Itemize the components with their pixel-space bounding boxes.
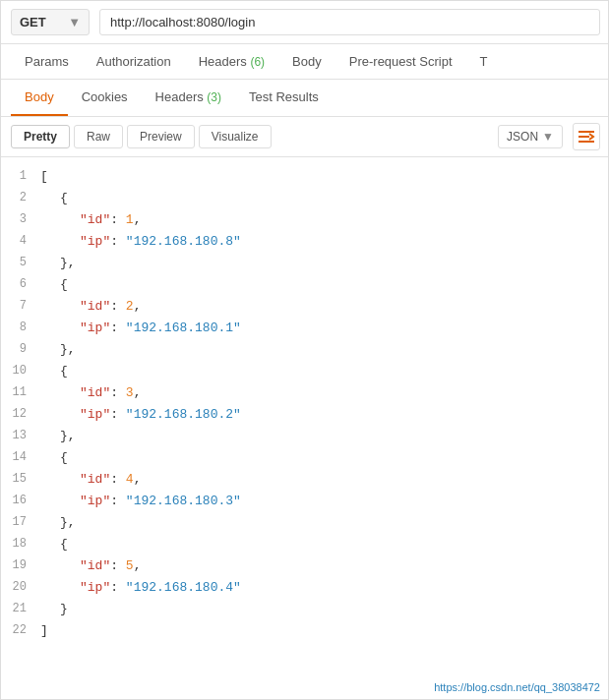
tab-cookies[interactable]: Cookies xyxy=(68,80,142,116)
line-number: 14 xyxy=(1,448,40,467)
line-content: "ip": "192.168.180.4" xyxy=(40,578,609,599)
line-number: 18 xyxy=(1,535,40,554)
code-line: 18{ xyxy=(1,535,609,556)
line-number: 10 xyxy=(1,362,40,380)
line-number: 6 xyxy=(1,275,40,294)
line-content: "ip": "192.168.180.2" xyxy=(40,405,609,426)
format-preview[interactable]: Preview xyxy=(127,125,195,148)
method-label: GET xyxy=(20,15,46,29)
url-input[interactable] xyxy=(99,9,600,35)
tab-test-results[interactable]: Test Results xyxy=(235,80,333,116)
primary-tab-bar: Params Authorization Headers (6) Body Pr… xyxy=(1,44,609,80)
tab-response-body[interactable]: Body xyxy=(11,80,68,116)
line-content: "ip": "192.168.180.3" xyxy=(40,492,609,512)
tab-body[interactable]: Body xyxy=(278,44,335,79)
tab-response-headers[interactable]: Headers (3) xyxy=(142,80,235,116)
line-number: 1 xyxy=(1,167,40,186)
code-area: 1[2{3"id": 1,4"ip": "192.168.180.8"5},6{… xyxy=(1,157,609,671)
method-arrow: ▼ xyxy=(68,15,81,29)
tab-t[interactable]: T xyxy=(466,44,502,79)
line-number: 4 xyxy=(1,232,40,251)
url-bar: GET ▼ xyxy=(1,1,609,44)
code-line: 14{ xyxy=(1,448,609,470)
line-number: 16 xyxy=(1,492,40,510)
code-line: 2{ xyxy=(1,189,609,210)
line-content: }, xyxy=(40,340,609,361)
sub-toolbar: Pretty Raw Preview Visualize JSON ▼ xyxy=(1,117,609,157)
tab-pre-request[interactable]: Pre-request Script xyxy=(335,44,466,79)
method-select[interactable]: GET ▼ xyxy=(11,9,90,35)
format-type-arrow: ▼ xyxy=(542,130,554,144)
format-pretty[interactable]: Pretty xyxy=(11,125,70,148)
tab-authorization[interactable]: Authorization xyxy=(83,44,185,79)
line-content: "id": 3, xyxy=(40,383,609,404)
code-line: 6{ xyxy=(1,275,609,297)
line-content: }, xyxy=(40,254,609,274)
headers-badge: (6) xyxy=(250,55,265,69)
code-line: 5}, xyxy=(1,254,609,275)
code-line: 15"id": 4, xyxy=(1,470,609,492)
wrap-icon[interactable] xyxy=(573,123,600,150)
line-number: 17 xyxy=(1,513,40,532)
line-content: "ip": "192.168.180.8" xyxy=(40,232,609,253)
code-line: 7"id": 2, xyxy=(1,297,609,319)
format-visualize[interactable]: Visualize xyxy=(199,125,272,148)
code-line: 19"id": 5, xyxy=(1,556,609,578)
line-number: 12 xyxy=(1,405,40,424)
line-content: { xyxy=(40,362,609,382)
code-line: 12"ip": "192.168.180.2" xyxy=(1,405,609,427)
line-content: "id": 1, xyxy=(40,210,609,231)
line-number: 21 xyxy=(1,600,40,618)
line-number: 3 xyxy=(1,210,40,229)
tab-headers[interactable]: Headers (6) xyxy=(185,44,278,79)
line-content: "id": 5, xyxy=(40,556,609,577)
code-line: 21} xyxy=(1,600,609,621)
line-content: "ip": "192.168.180.1" xyxy=(40,319,609,339)
line-content: }, xyxy=(40,427,609,447)
line-number: 19 xyxy=(1,556,40,575)
code-line: 20"ip": "192.168.180.4" xyxy=(1,578,609,600)
line-number: 9 xyxy=(1,340,40,359)
code-line: 11"id": 3, xyxy=(1,383,609,405)
line-content: }, xyxy=(40,513,609,534)
line-number: 13 xyxy=(1,427,40,445)
code-line: 9}, xyxy=(1,340,609,362)
line-content: ] xyxy=(40,621,609,642)
line-number: 15 xyxy=(1,470,40,489)
code-line: 3"id": 1, xyxy=(1,210,609,232)
code-line: 17}, xyxy=(1,513,609,535)
code-line: 1[ xyxy=(1,167,609,189)
line-number: 11 xyxy=(1,383,40,402)
code-line: 13}, xyxy=(1,427,609,448)
watermark: https://blog.csdn.net/qq_38038472 xyxy=(434,681,600,693)
line-content: { xyxy=(40,275,609,296)
line-content: { xyxy=(40,535,609,555)
tab-params[interactable]: Params xyxy=(11,44,83,79)
line-number: 8 xyxy=(1,319,40,337)
line-content: { xyxy=(40,448,609,469)
response-headers-badge: (3) xyxy=(207,90,221,104)
code-line: 4"ip": "192.168.180.8" xyxy=(1,232,609,254)
secondary-tab-bar: Body Cookies Headers (3) Test Results xyxy=(1,80,609,117)
code-line: 8"ip": "192.168.180.1" xyxy=(1,319,609,340)
format-type-label: JSON xyxy=(507,130,538,144)
line-number: 5 xyxy=(1,254,40,272)
code-line: 16"ip": "192.168.180.3" xyxy=(1,492,609,513)
line-number: 20 xyxy=(1,578,40,597)
line-content: { xyxy=(40,189,609,209)
line-content: "id": 4, xyxy=(40,470,609,491)
line-number: 2 xyxy=(1,189,40,207)
format-raw[interactable]: Raw xyxy=(74,125,123,148)
line-content: "id": 2, xyxy=(40,297,609,318)
code-line: 10{ xyxy=(1,362,609,383)
format-type-select[interactable]: JSON ▼ xyxy=(498,125,563,148)
line-content: } xyxy=(40,600,609,620)
line-number: 22 xyxy=(1,621,40,640)
line-number: 7 xyxy=(1,297,40,316)
code-line: 22] xyxy=(1,621,609,643)
line-content: [ xyxy=(40,167,609,188)
